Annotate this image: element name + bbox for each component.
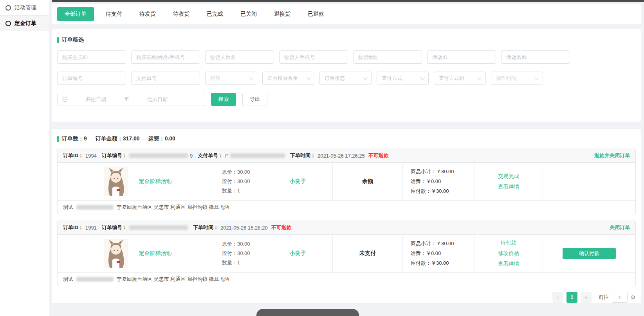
order-amount: 订单金额：317.00 [96,135,140,142]
buyer-member-id-input[interactable] [57,50,126,64]
redacted-pay-number [230,153,285,158]
product-name-link[interactable]: 定金阶梯活动 [139,250,172,257]
sidebar-item-activity-management[interactable]: 活动管理 [0,0,49,16]
buyer-nickname-input[interactable] [131,50,200,64]
modify-price-link[interactable]: 修改价格 [498,250,519,257]
shipping-address: 宁夏回族自治区 吴忠市 利通区 扁担沟镇 撒旦飞洒 [117,204,229,211]
order-status-select[interactable]: 订单状态 [319,72,372,85]
filter-row-2: 排序 是否搜索首单 订单状态 支付方式 支付方式组 操作时间 [57,72,641,85]
price-cell: 原价：30.00 应付：30.00 数量：1 [210,235,263,272]
start-date-input[interactable] [72,96,120,103]
redacted-phone [76,277,114,282]
payable-price: 应付：30.00 [222,250,263,257]
operation-time-select[interactable]: 操作时间 [491,72,543,85]
chevron-down-icon [249,75,253,80]
order-freight: 运费：0.00 [148,135,175,142]
tab-pending-shipment[interactable]: 待发货 [131,7,164,21]
goto-page-input[interactable] [612,292,628,303]
order-address-row: 测试 宁夏回族自治区 吴忠市 利通区 扁担沟镇 撒旦飞洒 [58,272,635,286]
previous-page-button[interactable]: ‹ [552,292,563,303]
filter-section-title: 订单筛选 [57,36,641,43]
tab-pending-receipt[interactable]: 待收货 [164,7,198,21]
payment-method-select-label: 支付方式 [382,75,402,82]
activity-name-input[interactable] [501,50,570,64]
sort-select[interactable]: 排序 [205,72,257,85]
consignee-name-input[interactable] [205,50,274,64]
payment-method-cell: 余额 [333,163,403,200]
tab-refunded[interactable]: 已退款 [299,7,333,21]
buyer-name: 小良子 [290,250,306,257]
product-name-link[interactable]: 定金阶梯活动 [139,178,172,185]
tab-pending-payment[interactable]: 待支付 [97,7,131,21]
confirm-payment-button[interactable]: 确认付款 [563,248,616,259]
buyer-cell: 小良子 [263,163,333,200]
transaction-complete-status: 交易完成 [498,173,519,180]
order-time-label: 下单时间： [290,152,316,159]
pagination: ‹ 1 › 前往 页 [57,292,636,303]
totals-cell: 商品小计：￥30.00 运费：￥0.00 应付款：￥30.00 [403,235,474,272]
operation-cell: 确认付款 [543,235,635,272]
order-no-label: 订单编号： [102,224,127,231]
window-top-edge [52,0,644,2]
product-cell: 定金阶梯活动 [58,235,210,272]
current-page-button[interactable]: 1 [566,292,577,303]
close-order-link[interactable]: 关闭订单 [610,224,630,231]
shipping-address-input[interactable] [353,50,422,64]
tab-closed[interactable]: 已关闭 [232,7,265,21]
product-image[interactable] [104,239,128,268]
payment-number-input[interactable] [131,72,200,85]
sidebar-item-deposit-orders[interactable]: 定金订单 [0,16,49,31]
next-page-button[interactable]: › [581,292,592,303]
end-date-input[interactable] [133,96,182,103]
clock-icon [62,97,68,102]
operation-cell [543,163,635,200]
order-body: 定金阶梯活动 原价：30.00 应付：30.00 数量：1 小良子 余额 商品小… [58,163,635,200]
order-id-label: 订单ID： [63,152,83,159]
order-time-label: 下单时间： [193,224,218,231]
operation-time-select-label: 操作时间 [496,75,516,82]
export-button[interactable]: 导出 [242,93,267,106]
tab-all-orders[interactable]: 全部订单 [57,7,94,21]
order-card-1994: 订单ID： 1994 订单编号： 9 支付单号： F 下单时间： 2021-05… [57,149,636,214]
original-price: 原价：30.00 [222,241,263,248]
status-actions-cell: 待付款 修改价格 查看详情 [474,235,543,272]
sort-select-label: 排序 [210,75,220,82]
redacted-phone [76,205,114,210]
non-refundable-badge: 不可退款 [368,152,389,159]
non-refundable-badge: 不可退款 [271,224,292,231]
amount-due: 应付款：￥30.00 [411,260,474,267]
tab-completed[interactable]: 已完成 [198,7,232,21]
bottom-overlay-pill [256,309,359,316]
order-filter-panel: 订单筛选 排序 是否搜索首单 订单状态 支付方式 支付方式组 [52,29,641,122]
refund-and-close-order-link[interactable]: 退款并关闭订单 [594,152,630,159]
search-button[interactable]: 搜索 [211,93,236,106]
order-number-input[interactable] [57,72,126,85]
shipping-address: 宁夏回族自治区 吴忠市 利通区 扁担沟镇 撒旦飞洒 [117,276,229,283]
tab-returns[interactable]: 退换货 [265,7,299,21]
pending-payment-status: 待付款 [501,239,517,246]
chevron-down-icon [478,75,482,80]
view-details-link[interactable]: 查看详情 [498,260,519,268]
payment-method-select[interactable]: 支付方式 [377,72,429,85]
consignee-phone-input[interactable] [279,50,348,64]
payment-method: 未支付 [359,250,376,257]
pay-no-prefix: F [225,153,228,159]
payment-method: 余额 [362,178,373,185]
view-details-link[interactable]: 查看详情 [498,183,519,190]
order-status-select-label: 订单状态 [325,75,345,82]
order-id-label: 订单ID： [63,224,83,231]
date-range-picker[interactable]: 至 [57,93,205,106]
activity-id-input[interactable] [427,50,496,64]
subtotal: 商品小计：￥30.00 [411,240,474,247]
filter-row-3: 至 搜索 导出 [57,93,641,106]
filter-title-text: 订单筛选 [62,36,84,43]
consignee-name: 测试 [63,204,73,211]
quantity: 数量：1 [222,187,263,194]
payment-method-group-select[interactable]: 支付方式组 [434,72,486,85]
first-order-select[interactable]: 是否搜索首单 [262,72,314,85]
order-time-value: 2021-05-26 15:28:20 [220,225,268,231]
order-header: 订单ID： 1994 订单编号： 9 支付单号： F 下单时间： 2021-05… [58,149,635,163]
section-accent-bar [57,37,59,43]
product-image[interactable] [104,167,128,196]
pay-no-label: 支付单号： [198,152,223,159]
